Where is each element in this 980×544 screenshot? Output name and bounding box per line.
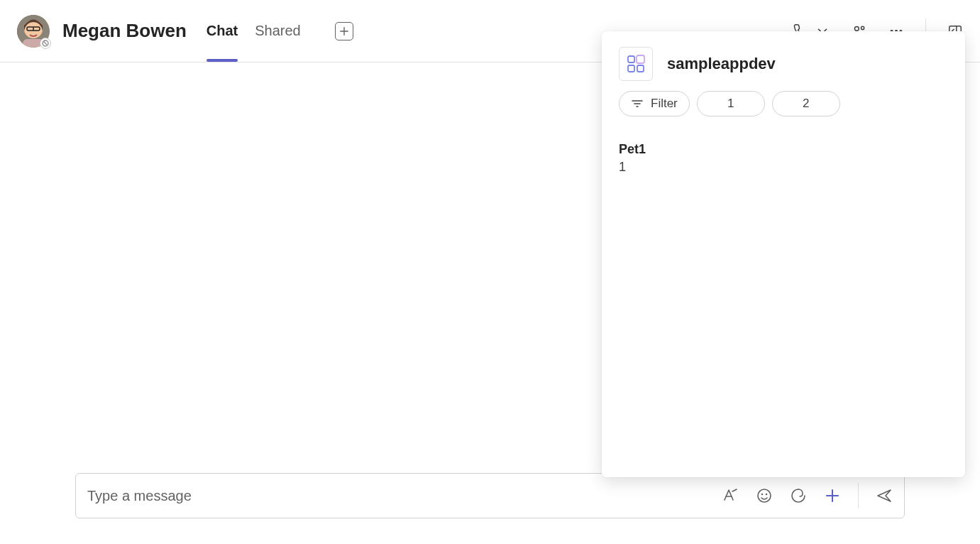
add-tab-button[interactable] (335, 22, 353, 40)
svg-rect-26 (637, 55, 644, 63)
contact-avatar[interactable] (17, 15, 50, 48)
send-icon[interactable] (876, 487, 893, 504)
presence-offline-icon (40, 38, 51, 49)
svg-point-10 (854, 26, 859, 31)
filter-option-2[interactable]: 2 (772, 91, 840, 116)
chat-tabs: Chat Shared (207, 0, 353, 62)
separator (858, 483, 859, 508)
loop-icon[interactable] (790, 487, 807, 504)
svg-rect-25 (637, 65, 644, 72)
message-extension-popup: sampleappdev Filter 1 2 Pet1 1 (602, 31, 965, 477)
compose-box[interactable] (75, 473, 905, 518)
tab-chat[interactable]: Chat (207, 0, 238, 62)
compose-actions (722, 483, 893, 508)
message-input[interactable] (87, 488, 722, 504)
result-title: Pet1 (619, 142, 948, 157)
app-name: sampleappdev (667, 55, 776, 73)
filter-option-1[interactable]: 1 (697, 91, 765, 116)
svg-point-20 (766, 494, 767, 495)
contact-name[interactable]: Megan Bowen (62, 20, 187, 42)
format-icon[interactable] (722, 487, 739, 504)
filter-label: Filter (651, 97, 678, 111)
filter-button[interactable]: Filter (619, 91, 690, 116)
popup-filters: Filter 1 2 (619, 91, 948, 116)
popup-header: sampleappdev (619, 47, 948, 81)
emoji-icon[interactable] (756, 487, 773, 504)
result-subtitle: 1 (619, 160, 948, 175)
svg-rect-24 (628, 65, 634, 72)
svg-point-11 (861, 26, 864, 29)
app-icon (619, 47, 653, 81)
compose-area (75, 473, 905, 518)
actions-plus-icon[interactable] (824, 487, 841, 504)
svg-line-7 (44, 41, 48, 45)
svg-rect-23 (628, 56, 634, 62)
tab-shared[interactable]: Shared (255, 0, 301, 62)
svg-point-19 (762, 494, 763, 495)
search-result-item[interactable]: Pet1 1 (619, 142, 948, 175)
svg-point-18 (758, 489, 771, 502)
